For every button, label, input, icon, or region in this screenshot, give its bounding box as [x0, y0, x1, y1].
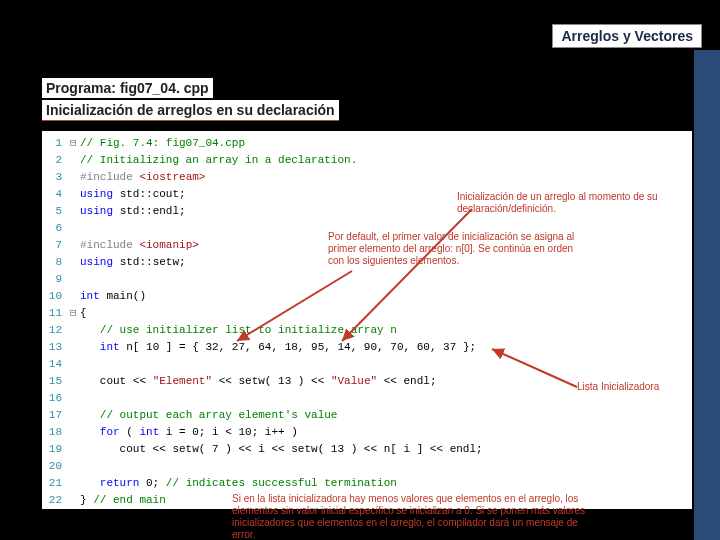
- fold-gutter: [70, 356, 80, 373]
- line-number: 13: [42, 339, 70, 356]
- fold-gutter: [70, 271, 80, 288]
- fold-gutter: [70, 169, 80, 186]
- code-text: using std::setw;: [80, 254, 186, 271]
- code-text: cout << setw( 7 ) << i << setw( 13 ) << …: [80, 441, 483, 458]
- line-number: 10: [42, 288, 70, 305]
- code-line: 11⊟{: [42, 305, 692, 322]
- code-text: } // end main: [80, 492, 166, 509]
- annotation-default-order: Por default, el primer valor de iniciali…: [328, 231, 588, 267]
- code-line: 3#include <iostream>: [42, 169, 692, 186]
- fold-gutter: [70, 407, 80, 424]
- code-text: int n[ 10 ] = { 32, 27, 64, 18, 95, 14, …: [80, 339, 476, 356]
- side-strip: [694, 50, 720, 540]
- code-line: 21 return 0; // indicates successful ter…: [42, 475, 692, 492]
- line-number: 15: [42, 373, 70, 390]
- annotation-init-decl: Inicialización de un arreglo al momento …: [457, 191, 687, 215]
- fold-gutter: [70, 237, 80, 254]
- line-number: 4: [42, 186, 70, 203]
- fold-gutter: [70, 458, 80, 475]
- code-line: 17 // output each array element's value: [42, 407, 692, 424]
- fold-gutter: [70, 373, 80, 390]
- code-text: using std::cout;: [80, 186, 186, 203]
- code-line: 20: [42, 458, 692, 475]
- fold-gutter: [70, 441, 80, 458]
- code-text: // use initializer list to initialize ar…: [80, 322, 397, 339]
- line-number: 1: [42, 135, 70, 152]
- annotation-fewer-more: Si en la lista inicializadora hay menos …: [232, 493, 592, 540]
- line-number: 8: [42, 254, 70, 271]
- code-text: {: [80, 305, 87, 322]
- fold-gutter: [70, 339, 80, 356]
- line-number: 5: [42, 203, 70, 220]
- line-number: 9: [42, 271, 70, 288]
- fold-gutter: [70, 186, 80, 203]
- code-line: 2// Initializing an array in a declarati…: [42, 152, 692, 169]
- program-title: Programa: fig07_04. cpp: [42, 78, 213, 98]
- fold-gutter: [70, 424, 80, 441]
- fold-gutter: [70, 475, 80, 492]
- line-number: 22: [42, 492, 70, 509]
- code-line: 19 cout << setw( 7 ) << i << setw( 13 ) …: [42, 441, 692, 458]
- line-number: 18: [42, 424, 70, 441]
- line-number: 2: [42, 152, 70, 169]
- line-number: 7: [42, 237, 70, 254]
- code-line: 12 // use initializer list to initialize…: [42, 322, 692, 339]
- code-line: 9: [42, 271, 692, 288]
- code-text: // Fig. 7.4: fig07_04.cpp: [80, 135, 245, 152]
- annotation-init-list: Lista Inicializadora: [577, 381, 697, 393]
- fold-gutter: [70, 288, 80, 305]
- line-number: 3: [42, 169, 70, 186]
- fold-gutter: [70, 492, 80, 509]
- code-line: 13 int n[ 10 ] = { 32, 27, 64, 18, 95, 1…: [42, 339, 692, 356]
- code-text: return 0; // indicates successful termin…: [80, 475, 397, 492]
- code-text: cout << "Element" << setw( 13 ) << "Valu…: [80, 373, 437, 390]
- code-block: Inicialización de un arreglo al momento …: [42, 131, 692, 509]
- slide-content: Programa: fig07_04. cpp Inicialización d…: [42, 78, 692, 509]
- line-number: 21: [42, 475, 70, 492]
- line-number: 20: [42, 458, 70, 475]
- line-number: 14: [42, 356, 70, 373]
- code-line: 18 for ( int i = 0; i < 10; i++ ): [42, 424, 692, 441]
- line-number: 12: [42, 322, 70, 339]
- code-text: using std::endl;: [80, 203, 186, 220]
- fold-gutter: ⊟: [70, 135, 80, 152]
- code-text: // Initializing an array in a declaratio…: [80, 152, 357, 169]
- code-text: int main(): [80, 288, 146, 305]
- code-line: 14: [42, 356, 692, 373]
- program-subtitle: Inicialización de arreglos en su declara…: [42, 100, 339, 121]
- code-line: 10int main(): [42, 288, 692, 305]
- line-number: 6: [42, 220, 70, 237]
- fold-gutter: ⊟: [70, 305, 80, 322]
- line-number: 11: [42, 305, 70, 322]
- code-text: // output each array element's value: [80, 407, 337, 424]
- line-number: 16: [42, 390, 70, 407]
- code-text: #include <iostream>: [80, 169, 205, 186]
- code-text: for ( int i = 0; i < 10; i++ ): [80, 424, 298, 441]
- page-title: Arreglos y Vectores: [552, 24, 702, 48]
- line-number: 19: [42, 441, 70, 458]
- fold-gutter: [70, 254, 80, 271]
- line-number: 17: [42, 407, 70, 424]
- fold-gutter: [70, 152, 80, 169]
- fold-gutter: [70, 220, 80, 237]
- fold-gutter: [70, 390, 80, 407]
- fold-gutter: [70, 203, 80, 220]
- code-text: #include <iomanip>: [80, 237, 199, 254]
- header: Arreglos y Vectores: [0, 22, 720, 50]
- fold-gutter: [70, 322, 80, 339]
- code-line: 1⊟// Fig. 7.4: fig07_04.cpp: [42, 135, 692, 152]
